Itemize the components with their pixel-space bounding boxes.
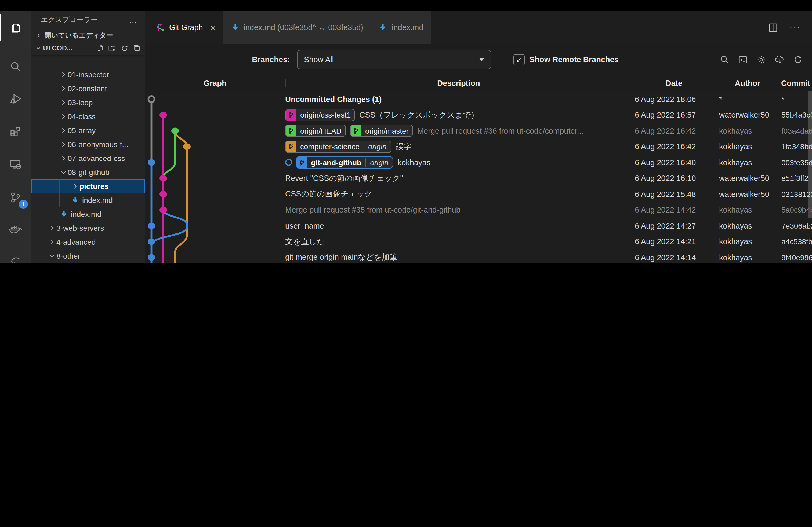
tab-label: index.md [392,23,423,32]
docker-icon[interactable] [0,216,31,243]
split-editor-icon[interactable] [768,23,778,32]
commit-row[interactable]: Revert "CSSの節の画像チェック"6 Aug 2022 16:10wat… [145,170,812,186]
commit-row[interactable]: CSSの節の画像チェック6 Aug 2022 15:48waterwalker5… [145,186,812,202]
tree-item-index-md[interactable]: index.md [31,193,145,207]
new-file-icon[interactable] [96,45,104,52]
branches-dropdown[interactable]: Show All [297,50,491,69]
activity-bar: 1 [0,11,31,264]
tree-item-3-web-servers[interactable]: 3-web-servers [31,221,145,235]
branch-name: git-and-github [307,158,365,167]
tree-item-07-advanced-css[interactable]: 07-advanced-css [31,151,145,165]
editor-area: Git Graph×index.md (003fe35d^ ↔ 003fe35d… [145,11,812,264]
commit-hash: a4c538fb [781,238,812,246]
commit-date: 6 Aug 2022 16:57 [635,111,716,119]
source-control-icon[interactable]: 1 [0,184,31,211]
commit-hash: 1fa348bd [781,142,812,151]
commit-list: Uncommitted Changes (1)6 Aug 2022 18:06*… [145,91,812,264]
workspace-section-header[interactable]: › UTCOD... [31,42,145,55]
tree-item-06-anonymous-f-[interactable]: 06-anonymous-f... [31,137,145,151]
tree-item-4-advanced[interactable]: 4-advanced [31,235,145,249]
tree-item-index-md[interactable]: index.md [31,207,145,221]
commit-row[interactable]: origin/HEADorigin/masterMerge pull reque… [145,123,812,139]
markdown-icon [231,23,239,32]
column-description[interactable]: Description [285,79,632,87]
chevron-right-icon [59,113,68,120]
commit-row[interactable]: Uncommitted Changes (1)6 Aug 2022 18:06*… [145,91,812,107]
commit-description: git merge origin mainなどを加筆 [285,253,632,263]
column-commit[interactable]: Commit [779,79,812,87]
close-icon[interactable]: × [211,23,215,32]
run-debug-icon[interactable] [0,85,31,112]
tree-item-label: 4-advanced [56,238,96,246]
tab-index-md-003fe35d-003fe35d-[interactable]: index.md (003fe35d^ ↔ 003fe35d) [223,11,371,44]
commit-row[interactable]: 文を直した6 Aug 2022 14:21kokhayasa4c538fb [145,234,812,250]
new-folder-icon[interactable] [108,45,116,52]
commit-row[interactable]: git-and-githuboriginkokhayas6 Aug 2022 1… [145,154,812,170]
commit-author: waterwalker50 [719,174,779,183]
tree-item-03-loop[interactable]: 03-loop [31,95,145,109]
commit-date: 6 Aug 2022 14:27 [635,222,716,230]
commit-message: user_name [285,222,324,230]
gear-icon[interactable] [757,55,766,64]
commit-message: git merge origin mainなどを加筆 [285,253,397,263]
tab-label: Git Graph [169,23,203,32]
refresh-icon[interactable] [794,55,802,64]
column-graph[interactable]: Graph [145,79,285,87]
tree-item-08-git-github[interactable]: 08-git-github [31,165,145,179]
extensions-icon[interactable] [0,118,31,144]
sidebar-title: エクスプローラー [41,15,98,25]
commit-hash: 9f40e996 [781,253,812,262]
commit-message: 文を直した [285,237,325,247]
indent-guide [59,179,60,207]
curved-arrow-icon[interactable] [0,249,31,264]
tree-item-pictures[interactable]: pictures [31,179,145,193]
branch-chip-origin-master[interactable]: origin/master [350,125,413,137]
commit-author: kokhayas [719,222,779,230]
commit-author: kokhayas [719,127,779,135]
tree-item-01-inspector[interactable]: 01-inspector [31,67,145,81]
sidebar-more-icon[interactable]: … [129,15,137,25]
files-icon[interactable] [0,15,31,41]
column-date[interactable]: Date [632,79,716,87]
remote-name: origin [363,142,391,151]
branch-chip-origin-head[interactable]: origin/HEAD [285,125,346,137]
collapse-folders-icon[interactable] [133,45,141,52]
more-actions-icon[interactable]: ··· [789,22,801,32]
tree-item-label: 04-class [68,112,96,121]
tree-item-02-constant[interactable]: 02-constant [31,81,145,95]
commit-description: origin/css-test1CSS（フレックスボックスまで） [285,109,632,121]
cloud-download-icon[interactable] [775,55,785,64]
commit-row[interactable]: computer-scienceorigin誤字6 Aug 2022 16:42… [145,139,812,154]
branch-chip-git-and-github[interactable]: git-and-githuborigin [296,156,393,169]
chevron-down-icon [59,168,68,176]
commit-row[interactable]: Merge pull request #35 from ut-code/git-… [145,202,812,218]
tree-item-04-class[interactable]: 04-class [31,109,145,123]
tree-item-05-array[interactable]: 05-array [31,123,145,137]
terminal-icon[interactable] [738,55,748,64]
show-remote-branches-checkbox[interactable]: ✓ [513,54,525,65]
branch-chip-origin-css-test1[interactable]: origin/css-test1 [285,109,355,121]
search-icon[interactable] [0,53,31,80]
search-icon[interactable] [720,55,729,64]
refresh-icon[interactable] [121,45,128,52]
chevron-right-icon [59,127,68,134]
commit-row[interactable]: user_name6 Aug 2022 14:27kokhayas7e306ab… [145,218,812,234]
column-author[interactable]: Author [716,79,779,87]
commit-description: CSSの節の画像チェック [285,189,632,199]
chevron-right-icon [59,99,68,106]
markdown-icon [59,210,69,219]
tree-item-8-other[interactable]: 8-other [31,249,145,263]
tab-index-md[interactable]: index.md [371,11,432,44]
remote-explorer-icon[interactable] [0,151,31,178]
vscode-window: 1 エクスプローラー … › 開いているエディター › UTCOD... 01-… [0,0,812,264]
commit-hash: 5a0c9b4b [781,206,812,214]
commit-row[interactable]: git merge origin mainなどを加筆6 Aug 2022 14:… [145,250,812,264]
commit-date: 6 Aug 2022 16:40 [635,158,716,167]
tab-git-graph[interactable]: Git Graph× [149,11,223,44]
open-editors-section[interactable]: › 開いているエディター [31,29,145,42]
chevron-right-icon: › [34,32,43,39]
tree-item-01-not-coding[interactable]: 01-not-coding [31,263,145,264]
commit-row[interactable]: origin/css-test1CSS（フレックスボックスまで）6 Aug 20… [145,107,812,123]
branch-chip-computer-science[interactable]: computer-scienceorigin [285,140,392,153]
chevron-down-icon: › [35,44,42,52]
